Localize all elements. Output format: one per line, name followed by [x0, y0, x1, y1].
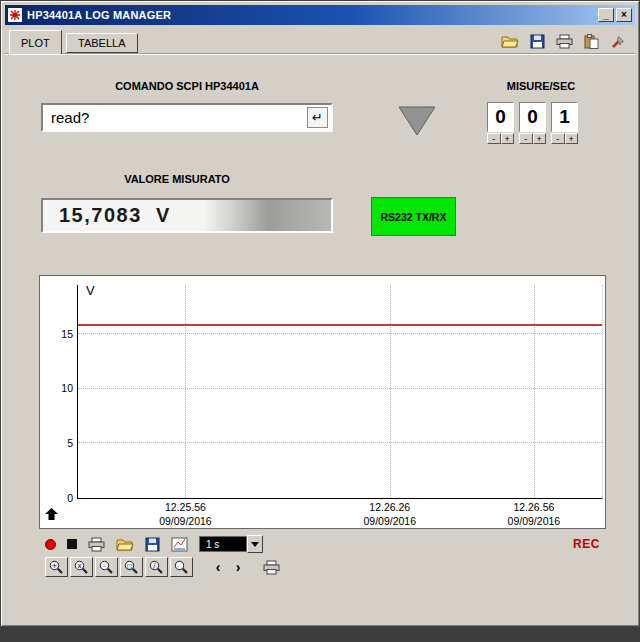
graph-settings-icon [171, 537, 188, 552]
v-gridline [185, 285, 186, 498]
h-gridline [78, 388, 602, 389]
save-log-button[interactable] [145, 537, 160, 552]
app-icon[interactable] [8, 8, 22, 22]
zoom-glyph: + [52, 562, 58, 570]
record-toolbar: 1 s [45, 535, 263, 553]
digit-display[interactable]: 0 [487, 102, 514, 132]
stepper-buttons: - + [487, 133, 514, 144]
rs232-txrx-indicator: RS232 TX/RX [371, 197, 456, 236]
misure-sec-steppers: 0 - + 0 - + 1 - + [487, 102, 578, 144]
clipboard-icon [584, 34, 599, 49]
app-window: HP34401A LOG MANAGER _ × PLOT TABELLA [0, 0, 640, 627]
magnifier-icon: - [99, 560, 114, 575]
scroll-left-button[interactable]: ‹ [209, 557, 227, 577]
desktop-strip [0, 627, 640, 642]
y-tick-label: 0 [67, 493, 73, 504]
v-gridline [390, 285, 391, 498]
chart-panel: V 05101512.25.5609/09/201612.26.2609/09/… [39, 275, 606, 529]
stop-button[interactable] [67, 539, 77, 549]
folder-open-icon [116, 537, 134, 552]
scale-home-button[interactable] [45, 506, 58, 524]
misure-sec-label: MISURE/SEC [479, 80, 603, 92]
window-title: HP34401A LOG MANAGER [27, 9, 596, 21]
x-tick-label: 12.26.5609/09/2016 [508, 501, 561, 528]
printer-pages-icon [263, 560, 280, 575]
zoom-cancel-button[interactable]: / [145, 557, 168, 577]
scpi-command-field: ↵ [41, 103, 333, 132]
tab-baseline [5, 53, 635, 54]
screen: HP34401A LOG MANAGER _ × PLOT TABELLA [0, 0, 640, 642]
digit-display[interactable]: 0 [519, 102, 546, 132]
print-button[interactable] [553, 31, 575, 51]
scroll-right-button[interactable]: › [229, 557, 247, 577]
digit-display[interactable]: 1 [551, 102, 578, 132]
decrement-button[interactable]: - [487, 133, 501, 144]
h-gridline [78, 333, 602, 334]
digit-stepper: 0 - + [487, 102, 514, 144]
zoom-toolbar: + x - □ [45, 557, 280, 577]
open-log-button[interactable] [116, 537, 134, 552]
magnifier-icon: x [74, 560, 89, 575]
record-icon [45, 539, 56, 550]
zoom-x-button[interactable]: x [70, 557, 93, 577]
y-tick-label: 15 [61, 329, 73, 340]
plot-area: 05101512.25.5609/09/201612.26.2609/09/20… [77, 285, 603, 499]
titlebar: HP34401A LOG MANAGER _ × [5, 5, 635, 25]
x-tick-label: 12.25.5609/09/2016 [159, 501, 212, 528]
minimize-button[interactable]: _ [598, 8, 614, 22]
floppy-disk-icon [145, 537, 160, 552]
folder-open-icon [501, 34, 519, 49]
increment-button[interactable]: + [533, 133, 547, 144]
magnifier-icon: □ [124, 560, 139, 575]
decrement-button[interactable]: - [551, 133, 565, 144]
record-button[interactable] [45, 539, 56, 550]
zoom-glyph: □ [127, 562, 133, 569]
stepper-buttons: - + [519, 133, 546, 144]
wrench-icon [611, 34, 626, 49]
paste-button[interactable] [580, 31, 602, 51]
increment-button[interactable]: + [565, 133, 579, 144]
zoom-box-button[interactable]: □ [120, 557, 143, 577]
magnifier-icon [174, 560, 189, 575]
print-chart-button[interactable] [88, 537, 105, 552]
measurement-line [78, 324, 602, 326]
magnifier-icon: / [149, 560, 164, 575]
rec-status-label: REC [573, 537, 600, 551]
digit-stepper: 0 - + [519, 102, 546, 144]
v-gridline [534, 285, 535, 498]
copy-graph-button[interactable] [263, 560, 280, 575]
interval-value[interactable]: 1 s [199, 536, 247, 552]
dropdown-triangle[interactable] [397, 105, 437, 141]
x-tick-label: 12.26.2609/09/2016 [363, 501, 416, 528]
tab-bar: PLOT TABELLA [5, 29, 635, 55]
zoom-in-button[interactable]: + [45, 557, 68, 577]
chevron-down-icon [251, 542, 259, 547]
open-file-button[interactable] [499, 31, 521, 51]
floppy-disk-icon [530, 34, 545, 49]
interval-dropdown-button[interactable] [247, 535, 263, 553]
up-arrow-icon [45, 508, 58, 520]
zoom-out-button[interactable]: - [95, 557, 118, 577]
scpi-command-label: COMANDO SCPI HP34401A [41, 80, 333, 92]
printer-icon [88, 537, 105, 552]
decrement-button[interactable]: - [519, 133, 533, 144]
zoom-fit-button[interactable] [170, 557, 193, 577]
valore-misurato-label: VALORE MISURATO [41, 173, 313, 185]
tab-tabella[interactable]: TABELLA [66, 33, 138, 53]
h-gridline [78, 442, 602, 443]
top-toolbar [499, 31, 629, 51]
printer-icon [556, 34, 573, 49]
stop-icon [67, 539, 77, 549]
enter-key-icon[interactable]: ↵ [307, 107, 328, 128]
tab-plot[interactable]: PLOT [9, 30, 62, 54]
save-file-button[interactable] [526, 31, 548, 51]
increment-button[interactable]: + [501, 133, 515, 144]
interval-dropdown: 1 s [199, 535, 263, 553]
graph-settings-button[interactable] [171, 537, 188, 552]
stepper-buttons: - + [551, 133, 578, 144]
settings-tool-button[interactable] [607, 31, 629, 51]
measured-value-display: 15,7083 V [41, 198, 333, 233]
scpi-command-input[interactable] [43, 105, 307, 130]
close-button[interactable]: × [616, 8, 632, 22]
digit-stepper: 1 - + [551, 102, 578, 144]
